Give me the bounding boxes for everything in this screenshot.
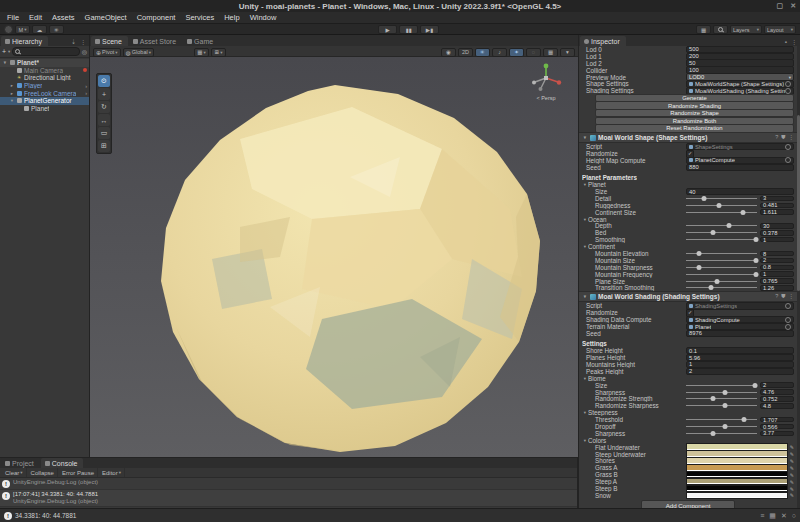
hierarchy-item-directional-light[interactable]: ☀Directional Light (0, 74, 89, 82)
object-picker-icon[interactable] (785, 81, 791, 87)
preset-icon[interactable]: ⛊ (781, 293, 785, 300)
slider-handle[interactable] (708, 285, 713, 290)
mountain-elevation-value-field[interactable]: 8 (760, 251, 794, 257)
detail-value-field[interactable]: 3 (760, 196, 794, 202)
search-icon[interactable] (713, 25, 728, 34)
slider-handle[interactable] (723, 424, 728, 429)
eyedropper-icon[interactable]: ✎ (790, 472, 794, 478)
cancel-icon[interactable]: ✕ (781, 512, 787, 520)
hierarchy-item-planet[interactable]: Planet (0, 105, 89, 113)
hierarchy-item-freelook-camera[interactable]: ▸FreeLook Camera› (0, 89, 89, 97)
menu-services[interactable]: Services (180, 13, 219, 22)
pause-button[interactable]: ▮▮ (399, 25, 418, 34)
mountain-sharpness-value-field[interactable]: 0.8 (760, 265, 794, 271)
hierarchy-item-planetgenerator[interactable]: ▾PlanetGenerator (0, 97, 89, 105)
menu-file[interactable]: File (2, 13, 24, 22)
slider-handle[interactable] (710, 431, 715, 436)
menu-edit[interactable]: Edit (24, 13, 47, 22)
console-log-entry-1[interactable]: ![17:07:41] 34.3381: 40: 44.7881UnityEng… (0, 490, 577, 507)
continent-size-slider[interactable] (686, 209, 757, 216)
lock-icon[interactable]: ▪ (785, 39, 787, 45)
more-icon[interactable]: ⋮ (789, 293, 795, 300)
pivot-dropdown[interactable]: ⊕Pivot▾ (93, 48, 121, 57)
expand-arrow-icon[interactable]: ▸ (9, 91, 15, 96)
close-icon[interactable]: ✕ (790, 2, 796, 10)
activity-icon[interactable]: ≡ (760, 512, 764, 519)
help-icon[interactable]: ? (775, 134, 778, 141)
rect-tool[interactable]: ▭ (98, 127, 110, 139)
menu-assets[interactable]: Assets (47, 13, 80, 22)
scene-viewport[interactable]: ⊙+↻↔▭⊞ < Persp (90, 57, 578, 457)
threshold-value-field[interactable]: 1.707 (760, 417, 794, 423)
sharpness-slider[interactable] (686, 430, 757, 437)
expand-arrow-icon[interactable]: ▾ (9, 98, 15, 103)
account-avatar[interactable] (4, 25, 13, 34)
account-dropdown[interactable]: M▾ (15, 25, 30, 34)
scale-tool[interactable]: ↔ (98, 114, 110, 126)
menu-help[interactable]: Help (219, 13, 244, 22)
menu-window[interactable]: Window (245, 13, 282, 22)
slider-handle[interactable] (740, 210, 745, 215)
tab-asset-store[interactable]: Asset Store (129, 36, 182, 46)
reset-randomization-button[interactable]: Reset Randomization (595, 124, 794, 132)
slider-handle[interactable] (726, 223, 731, 228)
gear-icon[interactable]: ✳ (49, 25, 64, 34)
tab-game[interactable]: Game (183, 36, 219, 46)
smoothing-slider[interactable] (686, 236, 757, 243)
foldout-arrow-icon[interactable]: ▾ (582, 135, 588, 140)
slider-handle[interactable] (723, 390, 728, 395)
layers-dropdown[interactable]: Layers▾ (730, 25, 762, 34)
pin-icon[interactable]: ⇣ (71, 38, 76, 45)
slider-handle[interactable] (723, 403, 728, 408)
prefab-open-icon[interactable]: › (85, 90, 87, 96)
snap-increment-icon[interactable]: ⊞▾ (211, 48, 226, 57)
global-dropdown[interactable]: ◍Global▾ (123, 48, 154, 57)
inspector-menu-icon[interactable]: ⋮ (791, 38, 797, 45)
peaks-height-field[interactable]: 2 (686, 368, 794, 376)
slider-handle[interactable] (752, 383, 757, 388)
depth-value-field[interactable]: 30 (760, 223, 794, 229)
eyedropper-icon[interactable]: ✎ (790, 458, 794, 464)
size-value-field[interactable]: 2 (760, 382, 794, 388)
object-picker-icon[interactable] (785, 324, 791, 330)
progress-icon[interactable]: ○ (792, 512, 796, 519)
slider-handle[interactable] (710, 396, 715, 401)
rotate-tool[interactable]: ↻ (98, 101, 110, 113)
eyedropper-icon[interactable]: ✎ (790, 451, 794, 457)
picker-icon[interactable]: ◎ (82, 48, 87, 55)
mountain-frequency-value-field[interactable]: 1 (760, 271, 794, 277)
expand-arrow-icon[interactable]: ▾ (2, 60, 8, 65)
maximize-icon[interactable]: ▢ (777, 2, 784, 10)
package-manager-icon[interactable]: ▦ (769, 512, 776, 520)
console-log-entry-0[interactable]: !UnityEngine.Debug:Log (object) (0, 478, 577, 490)
eyedropper-icon[interactable]: ✎ (790, 486, 794, 492)
editor-button[interactable]: Editor▾ (99, 468, 125, 477)
eyedropper-icon[interactable]: ✎ (790, 465, 794, 471)
cloud-icon[interactable]: ☁ (32, 25, 47, 34)
randomize-sharpness-slider[interactable] (686, 402, 757, 409)
hierarchy-search-input[interactable] (12, 47, 79, 56)
menu-gameobject[interactable]: GameObject (80, 13, 132, 22)
slider-handle[interactable] (696, 265, 701, 270)
ruggedness-value-field[interactable]: 0.481 (760, 203, 794, 209)
move-tool[interactable]: + (98, 88, 110, 100)
slider-handle[interactable] (753, 258, 758, 263)
tab-hierarchy[interactable]: Hierarchy (1, 36, 48, 46)
camera-preview-icon[interactable]: ◉ (441, 48, 456, 57)
add-component-button[interactable]: Add Component (641, 500, 735, 508)
layout-dropdown[interactable]: Layout▾ (764, 25, 796, 34)
grid-icon[interactable]: ▦ (543, 48, 558, 57)
dropoff-value-field[interactable]: 0.566 (760, 424, 794, 430)
object-picker-icon[interactable] (785, 157, 791, 163)
tab-console[interactable]: Console (41, 458, 84, 468)
mountain-size-value-field[interactable]: 2 (760, 258, 794, 264)
slider-handle[interactable] (696, 251, 701, 256)
eyedropper-icon[interactable]: ✎ (790, 444, 794, 450)
component-header-moai-world-shading-shading-settings[interactable]: ▾Moai World Shading (Shading Settings)?⛊… (579, 291, 797, 302)
twod-icon[interactable]: 2D (458, 48, 473, 57)
slider-handle[interactable] (714, 279, 719, 284)
seed-field[interactable]: 8976 (686, 330, 794, 338)
tab-scene[interactable]: Scene (91, 36, 128, 46)
status-message[interactable]: 34.3381: 40: 44.7881 (15, 512, 76, 519)
help-icon[interactable]: ? (775, 293, 778, 300)
